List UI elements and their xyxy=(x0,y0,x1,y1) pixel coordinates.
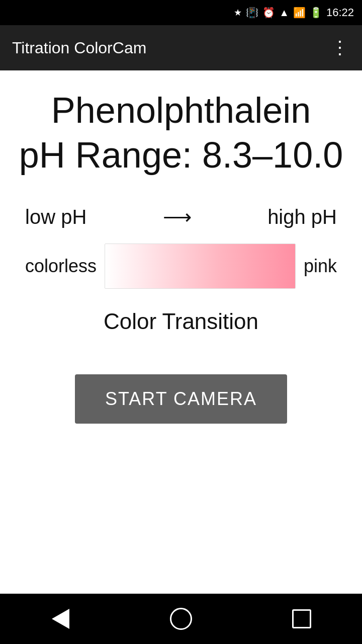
overflow-menu-icon[interactable]: ⋮ xyxy=(331,37,350,58)
battery-icon: 🔋 xyxy=(310,7,322,19)
start-camera-button[interactable]: START CAMERA xyxy=(75,374,287,424)
recents-button[interactable] xyxy=(287,604,317,634)
ph-range-label: pH Range: 8.3–10.0 xyxy=(19,135,343,175)
home-button[interactable] xyxy=(166,604,196,634)
color-gradient-row: colorless pink xyxy=(10,244,352,289)
vibrate-icon: 📳 xyxy=(246,7,258,19)
signal-icon: 📶 xyxy=(293,7,306,19)
status-time: 16:22 xyxy=(326,6,354,19)
status-icons: 📳 ⏰ ▲ 📶 🔋 16:22 xyxy=(234,6,354,19)
ph-arrow-icon: ⟶ xyxy=(86,205,267,228)
status-bar: 📳 ⏰ ▲ 📶 🔋 16:22 xyxy=(0,0,362,25)
main-content: Phenolphthalein pH Range: 8.3–10.0 low p… xyxy=(0,70,362,594)
wifi-icon: ▲ xyxy=(279,7,289,19)
star-icon xyxy=(234,7,242,18)
nav-bar xyxy=(0,594,362,644)
home-icon xyxy=(170,608,192,630)
color-gradient-bar xyxy=(105,244,296,289)
high-ph-label: high pH xyxy=(267,206,337,228)
color-label-pink: pink xyxy=(304,256,337,277)
color-label-colorless: colorless xyxy=(25,256,97,277)
color-transition-label: Color Transition xyxy=(104,309,258,334)
ph-arrow-row: low pH ⟶ high pH xyxy=(10,205,352,228)
indicator-name: Phenolphthalein xyxy=(51,91,311,130)
low-ph-label: low pH xyxy=(25,206,86,228)
back-icon xyxy=(52,609,69,629)
recents-icon xyxy=(292,609,311,628)
back-button[interactable] xyxy=(45,604,75,634)
alarm-icon: ⏰ xyxy=(262,7,275,19)
app-title: Titration ColorCam xyxy=(12,39,331,57)
app-bar: Titration ColorCam ⋮ xyxy=(0,25,362,70)
